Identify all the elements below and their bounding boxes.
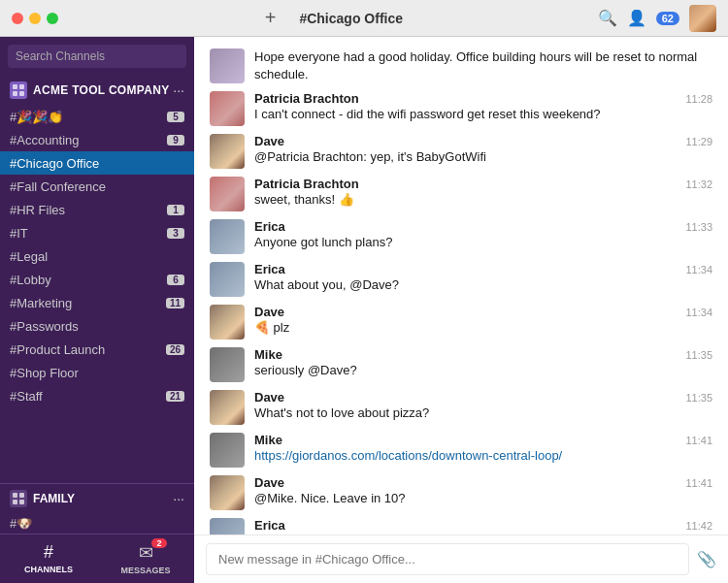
- message-row: Patricia Brachton 11:32 sweet, thanks! 👍: [210, 173, 712, 215]
- close-button[interactable]: [12, 13, 23, 24]
- message-avatar: [210, 262, 245, 297]
- message-time: 11:35: [685, 392, 712, 404]
- message-text: What about you, @Dave?: [254, 276, 712, 294]
- sidebar-item-accounting[interactable]: #Accounting9: [0, 128, 194, 151]
- message-row: Erica 11:33 Anyone got lunch plans?: [210, 215, 712, 258]
- chat-area: Hope everyone had a good holiday. Office…: [194, 37, 728, 583]
- titlebar-center: + #Chicago Office: [70, 7, 598, 29]
- message-row: Erica 11:34 What about you, @Dave?: [210, 258, 712, 301]
- sidebar-item-hr[interactable]: #HR Files1: [0, 198, 194, 221]
- bottom-nav-channels[interactable]: # CHANNELS: [0, 534, 97, 583]
- workspace2-header[interactable]: FAMILY ···: [0, 483, 194, 513]
- message-text: https://giordanos.com/locations/downtown…: [254, 447, 712, 465]
- message-time: 11:41: [685, 435, 712, 446]
- dm-item-dog[interactable]: #🐶: [0, 513, 194, 534]
- sidebar-item-lobby[interactable]: #Lobby6: [0, 268, 194, 291]
- message-header: Dave 11:29: [254, 134, 712, 148]
- sidebar-item-product[interactable]: #Product Launch26: [0, 338, 194, 361]
- message-text: Anyone got lunch plans?: [254, 234, 712, 251]
- avatar[interactable]: [689, 5, 716, 32]
- add-icon[interactable]: +: [265, 7, 277, 29]
- workspace2-name: FAMILY: [33, 492, 173, 505]
- message-content: Dave 11:29 @Patricia Brachton: yep, it's…: [254, 134, 712, 169]
- message-sender: Mike: [254, 433, 282, 447]
- message-time: 11:28: [685, 93, 712, 105]
- message-content: Erica 11:33 Anyone got lunch plans?: [254, 219, 712, 254]
- sidebar-item-shop[interactable]: #Shop Floor: [0, 361, 194, 384]
- channel-badge: 6: [167, 275, 184, 285]
- message-time: 11:32: [685, 178, 712, 190]
- channel-badge: 9: [167, 135, 184, 146]
- dm-channel-name: #🐶: [10, 516, 184, 531]
- titlebar-right: 🔍 👤 62: [598, 5, 716, 32]
- message-link[interactable]: https://giordanos.com/locations/downtown…: [254, 448, 562, 463]
- workspace-icon: [10, 81, 27, 99]
- channel-name: #Legal: [10, 249, 184, 264]
- workspace2-icon: [10, 490, 27, 507]
- chat-input-area: 📎: [194, 534, 728, 583]
- message-content: Dave 11:34 🍕 plz: [254, 305, 712, 340]
- sidebar-item-emoji[interactable]: #🎉🎉👏5: [0, 105, 194, 128]
- message-avatar: [210, 347, 245, 382]
- svg-rect-2: [13, 91, 17, 96]
- avatar-image: [689, 5, 716, 32]
- bottom-nav: # CHANNELS 2 ✉ MESSAGES: [0, 534, 194, 583]
- message-avatar: [210, 475, 245, 510]
- message-text: @Patricia Brachton: yep, it's BabyGotWif…: [254, 148, 712, 166]
- channel-badge: 3: [167, 228, 184, 239]
- sidebar-item-fall[interactable]: #Fall Conference: [0, 175, 194, 198]
- message-input[interactable]: [206, 543, 689, 575]
- svg-rect-5: [19, 493, 24, 498]
- user-icon[interactable]: 👤: [627, 9, 646, 27]
- workspace2-menu-icon[interactable]: ···: [173, 491, 184, 506]
- message-row: Dave 11:34 🍕 plz: [210, 301, 712, 343]
- message-text: 🍕 plz: [254, 319, 712, 337]
- sidebar-item-staff[interactable]: #Staff21: [0, 384, 194, 407]
- message-sender: Erica: [254, 219, 285, 234]
- message-content: Mike 11:41 https://giordanos.com/locatio…: [254, 433, 712, 468]
- sidebar-item-marketing[interactable]: #Marketing11: [0, 291, 194, 314]
- message-row: Erica 11:42 @Mike @Dave sounds good!: [210, 514, 712, 534]
- channel-name: #Lobby: [10, 273, 167, 287]
- channel-badge: 11: [166, 298, 184, 308]
- message-sender: Dave: [254, 390, 284, 405]
- maximize-button[interactable]: [47, 13, 58, 24]
- bottom-nav-messages[interactable]: 2 ✉ MESSAGES: [97, 534, 194, 583]
- message-text: Hope everyone had a good holiday. Office…: [254, 49, 712, 83]
- message-row: Mike 11:35 seriously @Dave?: [210, 343, 712, 386]
- message-content: Hope everyone had a good holiday. Office…: [254, 49, 712, 83]
- message-header: Patricia Brachton 11:32: [254, 177, 712, 191]
- message-row: Dave 11:35 What's not to love about pizz…: [210, 386, 712, 429]
- sidebar-item-chicago[interactable]: #Chicago Office: [0, 151, 194, 175]
- message-sender: Patricia Brachton: [254, 177, 359, 191]
- message-avatar: [210, 91, 245, 126]
- message-avatar: [210, 390, 245, 425]
- svg-rect-0: [13, 84, 17, 89]
- channel-badge: 1: [167, 205, 184, 215]
- message-content: Dave 11:35 What's not to love about pizz…: [254, 390, 712, 425]
- minimize-button[interactable]: [29, 13, 41, 24]
- channel-name: #Chicago Office: [10, 156, 184, 171]
- channel-name: #Staff: [10, 389, 166, 404]
- sidebar-item-legal[interactable]: #Legal: [0, 244, 194, 268]
- sidebar-item-passwords[interactable]: #Passwords: [0, 314, 194, 338]
- search-input[interactable]: [8, 45, 186, 68]
- message-sender: Mike: [254, 347, 282, 362]
- sidebar-item-it[interactable]: #IT3: [0, 221, 194, 244]
- channels-list: #🎉🎉👏5#Accounting9#Chicago Office#Fall Co…: [0, 105, 194, 479]
- channel-badge: 21: [166, 391, 184, 402]
- message-sender: Erica: [254, 518, 285, 533]
- workspace-header[interactable]: ACME TOOL COMPANY ···: [0, 76, 194, 105]
- message-content: Erica 11:34 What about you, @Dave?: [254, 262, 712, 297]
- attachment-icon[interactable]: 📎: [697, 550, 716, 568]
- message-time: 11:33: [685, 221, 712, 233]
- channel-name: #Fall Conference: [10, 179, 184, 194]
- svg-rect-6: [13, 500, 17, 504]
- workspace-menu-icon[interactable]: ···: [173, 82, 184, 98]
- channel-name: #HR Files: [10, 203, 167, 217]
- notification-badge[interactable]: 62: [656, 12, 679, 25]
- search-icon[interactable]: 🔍: [598, 9, 617, 27]
- window-controls: [12, 13, 58, 24]
- message-avatar: [210, 219, 245, 254]
- channel-name: #Shop Floor: [10, 366, 184, 380]
